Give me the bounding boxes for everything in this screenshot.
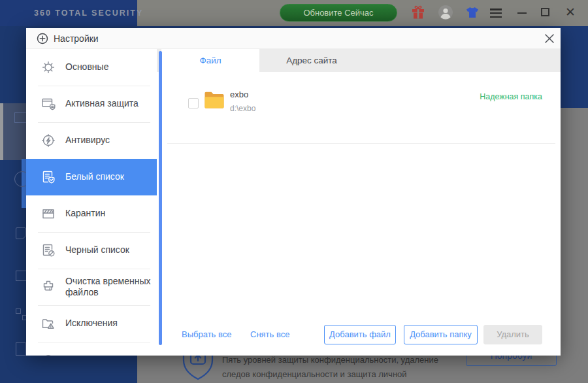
app-logo: 360 TOTAL SECURITY (0, 0, 137, 26)
deselect-all-link[interactable]: Снять все (250, 329, 289, 339)
tshirt-theme-icon[interactable] (464, 5, 481, 20)
app-sidebar-flag-icon (16, 227, 26, 239)
sidebar-item-label: Очистка временных файлов (65, 276, 157, 299)
dialog-title: Настройки (54, 33, 99, 44)
add-folder-button[interactable]: Добавить папку (404, 325, 478, 344)
sidebar-item-label: Активная защита (65, 98, 141, 110)
sidebar-item-partial[interactable] (26, 342, 157, 356)
tab-site-address[interactable]: Адрес сайта (259, 49, 364, 72)
sidebar-item-label: Черный список (65, 244, 132, 256)
sidebar-item-label: Карантин (65, 208, 108, 220)
settings-plus-icon (37, 33, 48, 44)
gear-icon (41, 59, 56, 75)
add-file-button[interactable]: Добавить файл (324, 325, 396, 344)
sidebar-item-label: Исключения (65, 318, 120, 329)
sidebar-item-label: Основные (65, 61, 111, 73)
menu-icon[interactable] (490, 8, 502, 18)
whitelist-panel: Файл Адрес сайта exbo d:\exbo Надежная п… (157, 49, 561, 356)
sidebar-scrollbar[interactable] (159, 51, 162, 345)
file-path: d:\exbo (230, 104, 255, 113)
app-title: 360 TOTAL SECURITY (34, 8, 143, 18)
app-sidebar-box-icon (16, 271, 27, 281)
app-sidebar-grid-icon (16, 308, 21, 314)
sidebar-item-cleanup[interactable]: Очистка временных файлов (26, 269, 157, 305)
dialog-close-icon[interactable] (543, 32, 556, 45)
minimize-icon[interactable] (517, 12, 527, 14)
exclusions-folder-icon (41, 316, 56, 331)
info-circle-icon (41, 352, 56, 356)
user-avatar-icon[interactable] (438, 5, 453, 20)
settings-sidebar: Основные Активная защита Антивирус (26, 49, 157, 356)
dialog-header: Настройки (26, 28, 561, 49)
sidebar-item-label: Белый список (65, 171, 127, 183)
row-separator (167, 143, 555, 144)
titlebar: 360 TOTAL SECURITY Обновите Сейчас ✕ (0, 0, 588, 26)
sidebar-item-antivirus[interactable]: Антивирус (26, 122, 157, 159)
update-now-button[interactable]: Обновите Сейчас (280, 4, 397, 22)
blacklist-icon (41, 242, 56, 258)
file-list-row[interactable]: exbo d:\exbo Надежная папка (157, 72, 561, 120)
sidebar-item-active-protection[interactable]: Активная защита (26, 86, 157, 122)
whitelist-icon (41, 169, 56, 185)
cleanup-brush-icon (41, 279, 56, 295)
sidebar-item-label: Антивирус (65, 135, 112, 146)
sidebar-item-whitelist[interactable]: Белый список (26, 159, 157, 195)
trusted-folder-badge: Надежная папка (480, 92, 542, 101)
select-all-link[interactable]: Выбрать все (182, 329, 231, 339)
promo-text-line2: следов конфиденциальности и защита лично… (222, 369, 407, 379)
tab-file[interactable]: Файл (161, 49, 259, 72)
promo-text-line1: Пять уровней защиты конфиденциальности, … (222, 355, 438, 365)
tabbar: Файл Адрес сайта (157, 49, 561, 72)
file-name: exbo (230, 90, 248, 99)
gift-icon[interactable] (410, 5, 426, 20)
close-window-icon[interactable]: ✕ (564, 5, 577, 20)
app-sidebar-doc-icon (16, 342, 26, 356)
sidebar-item-general[interactable]: Основные (26, 49, 157, 86)
app-sidebar-highlight-bar (0, 103, 3, 160)
screen: Пять уровней защиты конфиденциальности, … (0, 0, 588, 383)
file-checkbox[interactable] (188, 98, 199, 108)
sidebar-item-exclusions[interactable]: Исключения (26, 305, 157, 342)
active-protection-icon (41, 96, 56, 112)
sidebar-item-quarantine[interactable]: Карантин (26, 195, 157, 232)
delete-button[interactable]: Удалить (483, 325, 542, 344)
maximize-icon[interactable] (541, 8, 549, 16)
quarantine-icon (41, 206, 56, 222)
settings-dialog: Настройки Основные Активна (26, 28, 561, 356)
antivirus-icon (41, 133, 56, 148)
sidebar-item-blacklist[interactable]: Черный список (26, 232, 157, 269)
folder-icon (204, 91, 225, 109)
app-sidebar-window-icon (14, 112, 27, 123)
